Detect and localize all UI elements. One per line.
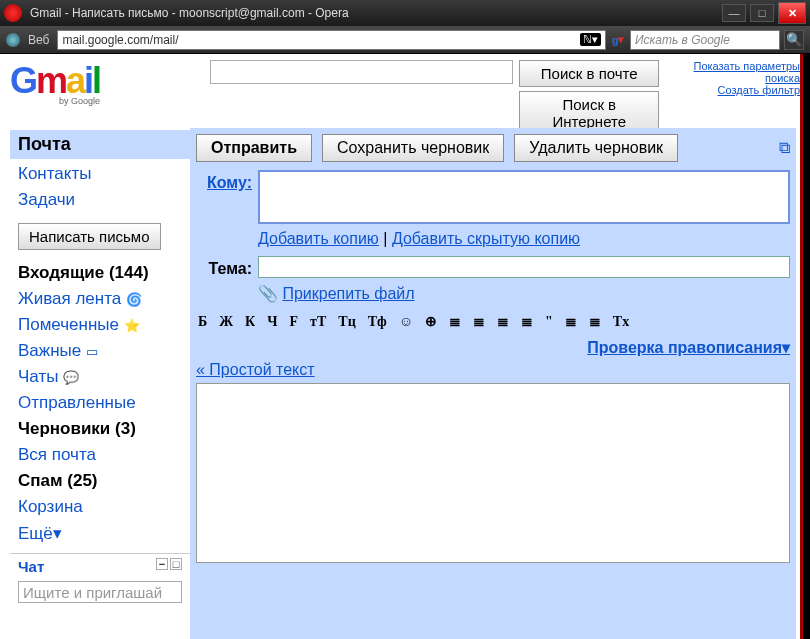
- spellcheck-link[interactable]: Проверка правописания▾: [587, 338, 790, 357]
- plain-text-link[interactable]: « Простой текст: [196, 361, 315, 378]
- send-button[interactable]: Отправить: [196, 134, 312, 162]
- opera-icon[interactable]: [4, 4, 22, 22]
- compose-button[interactable]: Написать письмо: [18, 223, 161, 250]
- window-title: Gmail - Написать письмо - moonscript@gma…: [30, 6, 718, 20]
- folder-item[interactable]: Живая лента 🌀: [10, 286, 190, 312]
- globe-icon: [6, 33, 20, 47]
- nav-contacts[interactable]: Контакты: [10, 161, 190, 187]
- to-label[interactable]: Кому:: [207, 174, 252, 191]
- discard-button[interactable]: Удалить черновик: [514, 134, 678, 162]
- folder-item[interactable]: Черновики (3): [10, 416, 190, 442]
- maximize-button[interactable]: □: [750, 4, 774, 22]
- folder-item[interactable]: Важные ▭: [10, 338, 190, 364]
- add-bcc-link[interactable]: Добавить скрытую копию: [392, 230, 580, 247]
- format-tool[interactable]: Ж: [217, 314, 235, 330]
- folder-item[interactable]: Корзина: [10, 494, 190, 520]
- format-tool[interactable]: Tц: [336, 314, 357, 330]
- web-label[interactable]: Веб: [28, 33, 49, 47]
- subject-label: Тема:: [196, 256, 252, 278]
- popout-icon[interactable]: ⧉: [779, 139, 790, 157]
- url-input[interactable]: mail.google.com/mail/ ℕ▾: [57, 30, 606, 50]
- format-tool[interactable]: К: [243, 314, 257, 330]
- scrollbar[interactable]: [800, 54, 810, 639]
- attach-file-link[interactable]: Прикрепить файл: [282, 285, 414, 302]
- format-tool[interactable]: Tф: [366, 314, 389, 330]
- format-tool[interactable]: ≣: [447, 313, 463, 330]
- format-tool[interactable]: Tx: [611, 314, 631, 330]
- folder-item[interactable]: Помеченные ⭐: [10, 312, 190, 338]
- add-cc-link[interactable]: Добавить копию: [258, 230, 379, 247]
- folder-item[interactable]: Вся почта: [10, 442, 190, 468]
- google-icon[interactable]: g▾: [610, 32, 626, 48]
- search-placeholder: Искать в Google: [635, 33, 730, 47]
- search-mail-button[interactable]: Поиск в почте: [519, 60, 659, 87]
- rss-icon[interactable]: ℕ▾: [580, 33, 601, 46]
- format-tool[interactable]: ☺: [397, 314, 415, 330]
- minimize-button[interactable]: —: [722, 4, 746, 22]
- format-tool[interactable]: Ч: [265, 314, 279, 330]
- format-tool[interactable]: ≣: [519, 313, 535, 330]
- format-tool[interactable]: ≣: [495, 313, 511, 330]
- folder-item[interactable]: Входящие (144): [10, 260, 190, 286]
- tab-mail[interactable]: Почта: [10, 130, 190, 159]
- folder-item[interactable]: Спам (25): [10, 468, 190, 494]
- paperclip-icon: 📎: [258, 285, 278, 302]
- create-filter-link[interactable]: Создать фильтр: [671, 84, 800, 96]
- folder-item[interactable]: Чаты 💬: [10, 364, 190, 390]
- url-text: mail.google.com/mail/: [62, 33, 178, 47]
- format-tool[interactable]: тТ: [308, 314, 328, 330]
- chat-expand-icon[interactable]: □: [170, 558, 182, 570]
- chat-search-input[interactable]: Ищите и приглашай: [18, 581, 182, 603]
- show-search-options-link[interactable]: Показать параметры поиска: [671, 60, 800, 84]
- chat-header: Чат − □: [10, 553, 190, 579]
- format-tool[interactable]: Б: [196, 314, 209, 330]
- mail-search-input[interactable]: [210, 60, 513, 84]
- to-input[interactable]: [258, 170, 790, 224]
- close-button[interactable]: ✕: [778, 2, 806, 24]
- browser-search-input[interactable]: Искать в Google: [630, 30, 780, 50]
- folder-item[interactable]: Ещё▾: [10, 520, 190, 547]
- format-tool[interactable]: ≣: [587, 313, 603, 330]
- format-tool[interactable]: ": [543, 314, 555, 330]
- format-tool[interactable]: ⊕: [423, 313, 439, 330]
- folder-item[interactable]: Отправленные: [10, 390, 190, 416]
- save-draft-button[interactable]: Сохранить черновик: [322, 134, 504, 162]
- nav-tasks[interactable]: Задачи: [10, 187, 190, 213]
- message-body[interactable]: [196, 383, 790, 563]
- subject-input[interactable]: [258, 256, 790, 278]
- format-tool[interactable]: ≣: [471, 313, 487, 330]
- format-tool[interactable]: F: [288, 314, 301, 330]
- format-tool[interactable]: ≣: [563, 313, 579, 330]
- gmail-logo[interactable]: Gmail by Google: [10, 60, 100, 106]
- chat-collapse-icon[interactable]: −: [156, 558, 168, 570]
- search-go-button[interactable]: 🔍: [784, 30, 804, 50]
